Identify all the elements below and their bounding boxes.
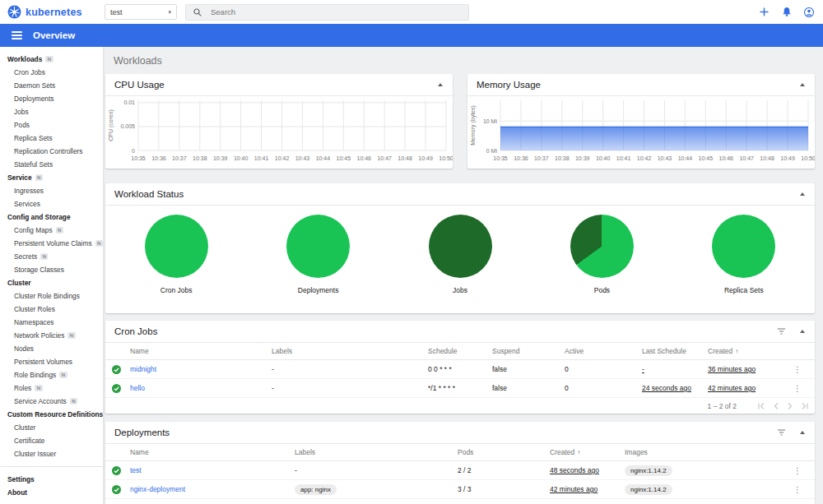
svg-text:10:39: 10:39 [213,155,228,161]
next-page-icon[interactable] [788,403,793,409]
column-header-active[interactable]: Active [565,347,642,355]
account-button[interactable] [803,7,814,17]
cell-created: 42 minutes ago [550,485,625,493]
sidebar-item-cluster-issuer[interactable]: Cluster Issuer [0,447,103,460]
search-bar[interactable] [185,4,469,21]
sidebar-item-roles[interactable]: RolesN [0,381,103,395]
table-row[interactable]: test-2 / 248 seconds agonginx:1.14.2⋮ [105,461,815,480]
column-header-created[interactable]: Created↑ [550,448,625,456]
sidebar-item-jobs[interactable]: Jobs [0,105,103,118]
nav-label: Role Bindings [14,371,56,379]
column-header-labels[interactable]: Labels [295,448,458,456]
sidebar-item-stateful-sets[interactable]: Stateful Sets [0,158,103,171]
pie-chart-cron-jobs[interactable] [145,215,208,278]
sidebar-item-persistent-volume-claims[interactable]: Persistent Volume ClaimsN [0,237,103,250]
menu-icon[interactable] [12,31,22,39]
sidebar-item-daemon-sets[interactable]: Daemon Sets [0,79,103,92]
sidebar-item-service-accounts[interactable]: Service AccountsN [0,395,103,408]
collapse-icon[interactable] [437,82,444,87]
column-header-pods[interactable]: Pods [458,448,550,456]
column-header-name[interactable]: Name [130,347,272,355]
collapse-icon[interactable] [799,82,806,87]
filter-icon[interactable] [777,429,786,436]
row-menu-icon[interactable]: ⋮ [793,466,808,475]
svg-text:10:44: 10:44 [316,155,331,161]
pie-chart-deployments[interactable] [286,215,350,278]
sidebar-section-cluster[interactable]: Cluster [0,276,103,289]
nav-label: Ingresses [14,187,44,195]
sidebar-item-cron-jobs[interactable]: Cron Jobs [0,66,103,79]
previous-page-icon[interactable] [774,403,779,409]
nav-label: Jobs [14,108,29,116]
column-header-schedule[interactable]: Schedule [428,347,492,355]
sidebar-item-role-bindings[interactable]: Role BindingsN [0,368,103,381]
cell-name[interactable]: midnight [130,365,272,373]
pie-chart-jobs[interactable] [429,215,492,278]
svg-text:10:40: 10:40 [596,155,611,161]
sidebar-item-nodes[interactable]: Nodes [0,342,103,355]
row-menu-icon[interactable]: ⋮ [793,485,808,494]
namespaced-badge: N [45,56,53,62]
sidebar-section-about[interactable]: About [0,486,103,499]
svg-text:0: 0 [132,148,135,154]
row-menu-icon[interactable]: ⋮ [793,384,808,393]
notifications-button[interactable] [781,7,792,17]
pie-chart-replica-sets[interactable] [712,215,775,278]
table-row[interactable]: hello-*/1 * * * *false024 seconds ago42 … [105,379,815,398]
column-header-images[interactable]: Images [625,448,789,456]
sidebar-item-config-maps[interactable]: Config MapsN [0,224,103,237]
last-page-icon[interactable] [802,403,808,409]
workload-pie-deployments: Deployments [247,215,388,294]
sidebar-item-pods[interactable]: Pods [0,118,103,132]
cell-name[interactable]: nginx-deployment [130,485,295,493]
sidebar-item-network-policies[interactable]: Network PoliciesN [0,329,103,342]
sidebar-item-storage-classes[interactable]: Storage Classes [0,263,103,276]
column-header-labels[interactable]: Labels [272,347,428,355]
column-header-last-schedule[interactable]: Last Schedule [642,347,708,355]
filter-icon[interactable] [777,328,786,335]
cron-jobs-pagination: 1 – 2 of 2 [105,398,815,414]
collapse-icon[interactable] [799,430,806,435]
sidebar-section-workloads[interactable]: WorkloadsN [0,53,103,66]
cell-name[interactable]: test [130,466,295,474]
workload-status-card: Workload Status Cron JobsDeploymentsJobs… [105,183,815,313]
row-menu-icon[interactable]: ⋮ [793,365,808,374]
create-resource-button[interactable] [759,7,770,17]
sidebar-section-custom-resource-definitions[interactable]: Custom Resource Definitions [0,408,103,421]
table-row[interactable]: midnight-0 0 * * *false0-36 minutes ago⋮ [105,360,815,379]
svg-text:10:45: 10:45 [699,155,714,161]
collapse-icon[interactable] [799,192,806,197]
sidebar-item-ingresses[interactable]: Ingresses [0,184,103,197]
svg-text:10:42: 10:42 [637,155,652,161]
pie-chart-pods[interactable] [570,215,634,278]
kubernetes-logo[interactable]: kubernetes [7,5,105,19]
sidebar-section-service[interactable]: ServiceN [0,171,103,184]
collapse-icon[interactable] [799,329,806,334]
table-row[interactable]: nginx-deploymentapp: nginx3 / 342 minute… [105,480,815,499]
sidebar-item-namespaces[interactable]: Namespaces [0,316,103,329]
nav-label: Custom Resource Definitions [7,410,103,418]
sidebar-item-replication-controllers[interactable]: Replication Controllers [0,145,103,158]
sidebar-section-config-and-storage[interactable]: Config and Storage [0,210,103,224]
nav-label: Cluster [14,423,35,432]
sidebar-item-certificate[interactable]: Certificate [0,434,103,447]
sidebar-item-cluster[interactable]: Cluster [0,421,103,434]
sidebar-item-replica-sets[interactable]: Replica Sets [0,132,103,145]
namespaced-badge: N [56,227,63,234]
search-input[interactable] [209,7,461,17]
sidebar-item-secrets[interactable]: SecretsN [0,250,103,263]
first-page-icon[interactable] [758,403,765,409]
status-ok-icon [112,384,121,393]
cell-name[interactable]: hello [130,384,272,392]
column-header-created[interactable]: Created↑ [708,347,783,355]
sidebar-item-cluster-roles[interactable]: Cluster Roles [0,303,103,316]
sidebar-item-services[interactable]: Services [0,197,103,210]
column-header-suspend[interactable]: Suspend [492,347,565,355]
sort-ascending-icon: ↑ [577,449,580,456]
sidebar-item-cluster-role-bindings[interactable]: Cluster Role Bindings [0,289,103,303]
column-header-name[interactable]: Name [130,448,295,456]
namespace-select[interactable]: test ▾ [105,4,177,20]
sidebar-section-settings[interactable]: Settings [0,473,103,486]
sidebar-item-deployments[interactable]: Deployments [0,92,103,105]
sidebar-item-persistent-volumes[interactable]: Persistent Volumes [0,355,103,368]
